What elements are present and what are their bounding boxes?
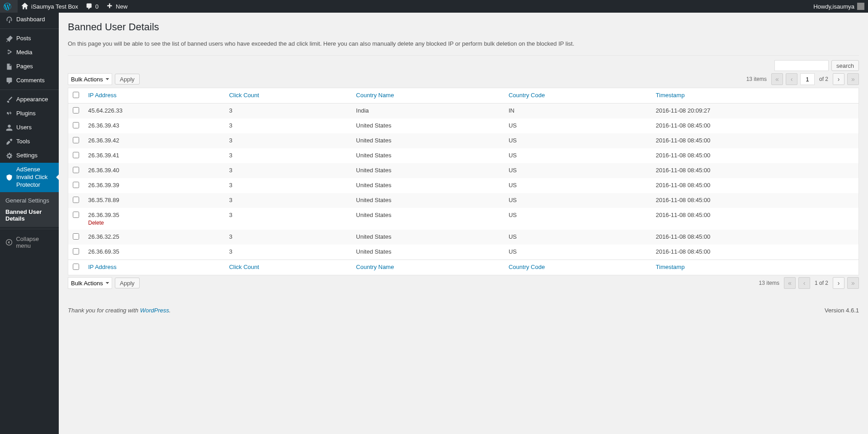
- collapse-menu-button[interactable]: Collapse menu: [0, 232, 59, 253]
- cell-ip: 26.36.39.40: [84, 163, 225, 178]
- admin-footer: Thank you for creating with WordPress. V…: [68, 307, 859, 314]
- collapse-icon: [5, 239, 13, 246]
- row-checkbox[interactable]: [73, 137, 79, 143]
- row-checkbox[interactable]: [73, 107, 79, 113]
- next-page-button[interactable]: ›: [833, 73, 844, 85]
- sidebar-item-appearance[interactable]: Appearance: [0, 93, 59, 107]
- my-account-link[interactable]: Howdy, isaumya: [810, 0, 868, 13]
- submenu-item-banned-user-details[interactable]: Banned User Details: [0, 206, 59, 224]
- media-icon: [5, 49, 14, 57]
- new-label: New: [116, 3, 127, 10]
- row-action-delete[interactable]: Delete: [88, 220, 220, 226]
- select-all-checkbox[interactable]: [73, 92, 79, 98]
- first-page-button: «: [771, 73, 783, 85]
- sidebar-item-label: Media: [16, 49, 32, 57]
- site-name-link[interactable]: iSaumya Test Box: [18, 0, 82, 13]
- row-checkbox[interactable]: [73, 212, 79, 218]
- cell-click: 3: [225, 118, 352, 133]
- howdy-prefix: Howdy,: [813, 3, 832, 10]
- bulk-actions-select[interactable]: Bulk Actions: [68, 73, 112, 85]
- col-footer-country-name[interactable]: Country Name: [356, 264, 394, 270]
- cell-timestamp: 2016-11-08 08:45:00: [651, 230, 859, 245]
- home-icon: [21, 3, 28, 10]
- row-checkbox[interactable]: [73, 248, 79, 255]
- first-page-button-bottom: «: [784, 277, 796, 289]
- sidebar-item-plugins[interactable]: Plugins: [0, 107, 59, 121]
- cell-country-code: US: [504, 208, 651, 230]
- table-row: 26.36.39.433United StatesUS2016-11-08 08…: [68, 118, 859, 133]
- cell-ip: 26.36.32.25: [84, 230, 225, 245]
- sidebar-item-adsense-protector[interactable]: AdSense Invalid Click Protector: [0, 163, 59, 192]
- row-checkbox[interactable]: [73, 182, 79, 188]
- sidebar-item-dashboard[interactable]: Dashboard: [0, 13, 59, 27]
- table-row: 26.36.32.253United StatesUS2016-11-08 08…: [68, 230, 859, 245]
- next-page-button-bottom[interactable]: ›: [833, 277, 844, 289]
- site-name-label: iSaumya Test Box: [31, 3, 78, 10]
- cell-click: 3: [225, 133, 352, 148]
- cell-timestamp: 2016-11-08 08:45:00: [651, 178, 859, 193]
- plus-icon: [106, 3, 113, 10]
- sidebar-item-posts[interactable]: Posts: [0, 32, 59, 46]
- col-header-country-name[interactable]: Country Name: [356, 92, 394, 99]
- current-page-input[interactable]: [800, 73, 815, 85]
- row-checkbox[interactable]: [73, 233, 79, 240]
- bulk-actions-select-bottom[interactable]: Bulk Actions: [68, 277, 112, 289]
- comments-icon: [5, 77, 14, 85]
- howdy-username: isaumya: [833, 3, 854, 10]
- cell-click: 3: [225, 148, 352, 163]
- gear-icon: [5, 152, 14, 160]
- cell-country-code: US: [504, 178, 651, 193]
- cell-ip: 36.35.78.89: [84, 193, 225, 208]
- main-content: Banned User Details On this page you wil…: [59, 13, 868, 332]
- last-page-button: »: [847, 73, 859, 85]
- tablenav-top: Bulk Actions Apply 13 items « ‹ of 2 › »: [68, 73, 859, 85]
- col-footer-ip[interactable]: IP Address: [88, 264, 117, 270]
- row-checkbox[interactable]: [73, 152, 79, 158]
- prev-page-button-bottom: ‹: [798, 277, 810, 289]
- cell-country-code: US: [504, 148, 651, 163]
- tablenav-bottom: Bulk Actions Apply 13 items « ‹ 1 of 2 ›…: [68, 277, 859, 289]
- table-row: 36.35.78.893United StatesUS2016-11-08 08…: [68, 193, 859, 208]
- cell-timestamp: 2016-11-08 08:45:00: [651, 133, 859, 148]
- row-checkbox[interactable]: [73, 197, 79, 203]
- row-checkbox[interactable]: [73, 122, 79, 128]
- sidebar-item-label: AdSense Invalid Click Protector: [16, 166, 55, 189]
- comments-link[interactable]: 0: [82, 0, 102, 13]
- plug-icon: [5, 110, 14, 118]
- cell-country-code: IN: [504, 104, 651, 119]
- search-button[interactable]: search: [831, 60, 859, 71]
- col-header-country-code[interactable]: Country Code: [509, 92, 545, 99]
- new-content-link[interactable]: New: [102, 0, 131, 13]
- sidebar-item-label: Settings: [16, 152, 38, 160]
- cell-click: 3: [225, 208, 352, 230]
- select-all-checkbox-footer[interactable]: [73, 264, 79, 270]
- page-combined-label: 1 of 2: [815, 280, 828, 286]
- apply-button[interactable]: Apply: [115, 74, 140, 85]
- col-header-click[interactable]: Click Count: [229, 92, 259, 99]
- search-input[interactable]: [774, 60, 829, 71]
- dashboard-icon: [5, 16, 14, 24]
- sidebar-item-pages[interactable]: Pages: [0, 60, 59, 74]
- wordpress-logo[interactable]: [0, 0, 18, 13]
- col-footer-click[interactable]: Click Count: [229, 264, 259, 270]
- sidebar-item-users[interactable]: Users: [0, 121, 59, 135]
- user-icon: [5, 124, 14, 132]
- sidebar-item-media[interactable]: Media: [0, 46, 59, 60]
- col-footer-timestamp[interactable]: Timestamp: [656, 264, 685, 270]
- sidebar-item-tools[interactable]: Tools: [0, 135, 59, 149]
- cell-country-code: US: [504, 133, 651, 148]
- col-footer-country-code[interactable]: Country Code: [509, 264, 545, 270]
- cell-ip: 26.36.39.35Delete: [84, 208, 225, 230]
- wordpress-link[interactable]: WordPress: [140, 307, 169, 314]
- row-checkbox[interactable]: [73, 167, 79, 173]
- col-header-ip[interactable]: IP Address: [88, 92, 117, 99]
- sidebar-item-settings[interactable]: Settings: [0, 149, 59, 163]
- sidebar-item-comments[interactable]: Comments: [0, 74, 59, 88]
- submenu-item-general-settings[interactable]: General Settings: [0, 195, 59, 206]
- table-row: 26.36.39.413United StatesUS2016-11-08 08…: [68, 148, 859, 163]
- col-header-timestamp[interactable]: Timestamp: [656, 92, 685, 99]
- cell-timestamp: 2016-11-08 08:45:00: [651, 148, 859, 163]
- apply-button-bottom[interactable]: Apply: [115, 278, 140, 288]
- page-of-label: of 2: [819, 76, 828, 82]
- admin-sidebar: Dashboard Posts Media Pages Comments App…: [0, 13, 59, 332]
